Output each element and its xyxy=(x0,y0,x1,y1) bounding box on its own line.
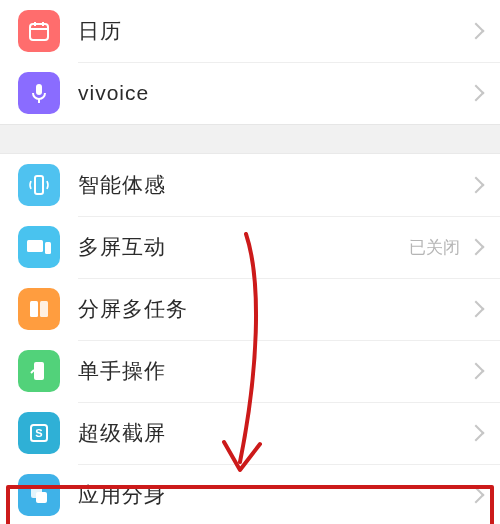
chevron-right-icon xyxy=(468,487,485,504)
chevron-right-icon xyxy=(468,239,485,256)
svg-rect-4 xyxy=(36,84,42,95)
svg-rect-0 xyxy=(30,24,48,40)
row-label: 日历 xyxy=(78,17,470,45)
multiscreen-icon xyxy=(18,226,60,268)
svg-rect-9 xyxy=(30,301,38,317)
row-super-screenshot[interactable]: S 超级截屏 xyxy=(0,402,500,464)
row-label: 超级截屏 xyxy=(78,419,470,447)
chevron-right-icon xyxy=(468,23,485,40)
onehand-icon xyxy=(18,350,60,392)
row-label: 智能体感 xyxy=(78,171,470,199)
row-split-screen[interactable]: 分屏多任务 xyxy=(0,278,500,340)
row-multi-screen[interactable]: 多屏互动 已关闭 xyxy=(0,216,500,278)
row-label: 多屏互动 xyxy=(78,233,409,261)
svg-rect-10 xyxy=(40,301,48,317)
svg-rect-15 xyxy=(36,492,47,503)
row-label: 分屏多任务 xyxy=(78,295,470,323)
chevron-right-icon xyxy=(468,177,485,194)
svg-rect-8 xyxy=(45,242,51,254)
svg-text:S: S xyxy=(35,427,42,439)
chevron-right-icon xyxy=(468,425,485,442)
chevron-right-icon xyxy=(468,85,485,102)
chevron-right-icon xyxy=(468,363,485,380)
row-label: vivoice xyxy=(78,81,470,105)
row-status: 已关闭 xyxy=(409,236,460,259)
appclone-icon xyxy=(18,474,60,516)
screenshot-icon: S xyxy=(18,412,60,454)
row-vivoice[interactable]: vivoice xyxy=(0,62,500,124)
svg-rect-11 xyxy=(34,362,44,380)
section-gap xyxy=(0,124,500,154)
calendar-icon xyxy=(18,10,60,52)
row-app-clone[interactable]: 应用分身 xyxy=(0,464,500,524)
row-calendar[interactable]: 日历 xyxy=(0,0,500,62)
row-label: 单手操作 xyxy=(78,357,470,385)
row-label: 应用分身 xyxy=(78,481,470,509)
svg-rect-7 xyxy=(27,240,43,252)
motion-icon xyxy=(18,164,60,206)
mic-icon xyxy=(18,72,60,114)
svg-rect-6 xyxy=(35,176,43,194)
splitscreen-icon xyxy=(18,288,60,330)
settings-group-1: 日历 vivoice xyxy=(0,0,500,124)
row-smart-motion[interactable]: 智能体感 xyxy=(0,154,500,216)
settings-group-2: 智能体感 多屏互动 已关闭 分屏多任务 单手 xyxy=(0,154,500,524)
row-one-hand[interactable]: 单手操作 xyxy=(0,340,500,402)
chevron-right-icon xyxy=(468,301,485,318)
